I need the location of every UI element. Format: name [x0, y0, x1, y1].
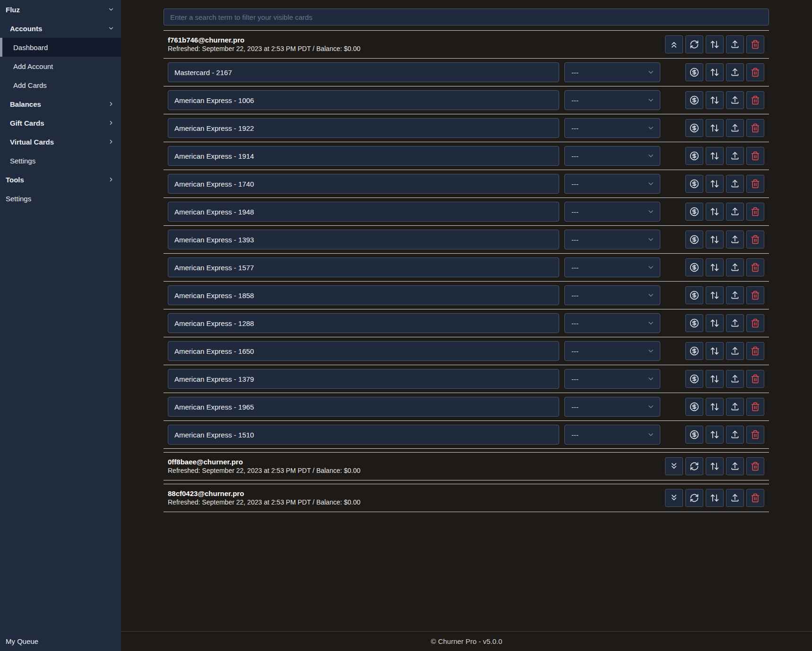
check-balance-button[interactable] [685, 258, 703, 276]
sidebar-item-add-cards[interactable]: Add Cards [0, 76, 121, 94]
upload-card-button[interactable] [726, 119, 744, 137]
card-name-input[interactable] [168, 285, 559, 305]
delete-card-button[interactable] [746, 119, 764, 137]
card-name-input[interactable] [168, 90, 559, 110]
sidebar-item-settings-2[interactable]: Settings [0, 189, 121, 208]
upload-account-button[interactable] [726, 489, 744, 507]
upload-card-button[interactable] [726, 370, 744, 388]
upload-card-button[interactable] [726, 286, 744, 304]
upload-card-button[interactable] [726, 426, 744, 444]
move-cards-button[interactable] [706, 489, 724, 507]
expand-account-button[interactable] [665, 457, 683, 475]
delete-card-button[interactable] [746, 286, 764, 304]
delete-account-button[interactable] [746, 457, 764, 475]
check-balance-button[interactable] [685, 314, 703, 332]
card-name-input[interactable] [168, 146, 559, 166]
upload-account-button[interactable] [726, 35, 744, 53]
sidebar-item-fluz[interactable]: Fluz [0, 0, 121, 19]
card-name-input[interactable] [168, 341, 559, 361]
move-card-button[interactable] [706, 147, 724, 165]
move-card-button[interactable] [706, 63, 724, 81]
card-category-select[interactable]: --- [564, 230, 660, 249]
card-name-input[interactable] [168, 397, 559, 417]
check-balance-button[interactable] [685, 91, 703, 109]
card-name-input[interactable] [168, 313, 559, 333]
sidebar-item-balances[interactable]: Balances [0, 94, 121, 113]
card-category-select[interactable]: --- [564, 425, 660, 445]
expand-account-button[interactable] [665, 489, 683, 507]
refresh-account-button[interactable] [685, 35, 703, 53]
refresh-account-button[interactable] [685, 457, 703, 475]
check-balance-button[interactable] [685, 231, 703, 248]
delete-card-button[interactable] [746, 398, 764, 416]
upload-card-button[interactable] [726, 147, 744, 165]
check-balance-button[interactable] [685, 398, 703, 416]
upload-card-button[interactable] [726, 231, 744, 248]
search-input[interactable] [164, 9, 769, 26]
collapse-account-button[interactable] [665, 35, 683, 53]
delete-card-button[interactable] [746, 91, 764, 109]
upload-card-button[interactable] [726, 342, 744, 360]
card-category-select[interactable]: --- [564, 146, 660, 166]
check-balance-button[interactable] [685, 175, 703, 193]
check-balance-button[interactable] [685, 203, 703, 221]
delete-card-button[interactable] [746, 231, 764, 248]
card-name-input[interactable] [168, 369, 559, 389]
upload-card-button[interactable] [726, 175, 744, 193]
delete-card-button[interactable] [746, 147, 764, 165]
check-balance-button[interactable] [685, 63, 703, 81]
delete-card-button[interactable] [746, 203, 764, 221]
card-category-select[interactable]: --- [564, 257, 660, 277]
upload-card-button[interactable] [726, 63, 744, 81]
card-name-input[interactable] [168, 62, 559, 82]
card-category-select[interactable]: --- [564, 369, 660, 389]
delete-account-button[interactable] [746, 489, 764, 507]
card-category-select[interactable]: --- [564, 341, 660, 361]
move-card-button[interactable] [706, 231, 724, 248]
check-balance-button[interactable] [685, 426, 703, 444]
sidebar-item-dashboard[interactable]: Dashboard [0, 38, 121, 57]
move-card-button[interactable] [706, 314, 724, 332]
check-balance-button[interactable] [685, 286, 703, 304]
check-balance-button[interactable] [685, 119, 703, 137]
delete-card-button[interactable] [746, 314, 764, 332]
sidebar-item-accounts[interactable]: Accounts [0, 19, 121, 38]
card-category-select[interactable]: --- [564, 62, 660, 82]
check-balance-button[interactable] [685, 342, 703, 360]
sidebar-item-virtual-cards[interactable]: Virtual Cards [0, 132, 121, 151]
card-category-select[interactable]: --- [564, 313, 660, 333]
delete-card-button[interactable] [746, 342, 764, 360]
move-card-button[interactable] [706, 258, 724, 276]
card-name-input[interactable] [168, 230, 559, 249]
card-name-input[interactable] [168, 174, 559, 194]
check-balance-button[interactable] [685, 370, 703, 388]
delete-account-button[interactable] [746, 35, 764, 53]
card-name-input[interactable] [168, 202, 559, 222]
sidebar-item-add-account[interactable]: Add Account [0, 57, 121, 76]
upload-card-button[interactable] [726, 398, 744, 416]
move-card-button[interactable] [706, 119, 724, 137]
card-name-input[interactable] [168, 257, 559, 277]
card-category-select[interactable]: --- [564, 174, 660, 194]
move-card-button[interactable] [706, 175, 724, 193]
delete-card-button[interactable] [746, 370, 764, 388]
upload-card-button[interactable] [726, 203, 744, 221]
sidebar-item-settings[interactable]: Settings [0, 151, 121, 170]
refresh-account-button[interactable] [685, 489, 703, 507]
sidebar-item-my-queue[interactable]: My Queue [0, 631, 121, 651]
delete-card-button[interactable] [746, 426, 764, 444]
upload-card-button[interactable] [726, 314, 744, 332]
delete-card-button[interactable] [746, 175, 764, 193]
upload-card-button[interactable] [726, 91, 744, 109]
check-balance-button[interactable] [685, 147, 703, 165]
delete-card-button[interactable] [746, 63, 764, 81]
move-card-button[interactable] [706, 342, 724, 360]
move-cards-button[interactable] [706, 457, 724, 475]
move-card-button[interactable] [706, 426, 724, 444]
delete-card-button[interactable] [746, 258, 764, 276]
card-category-select[interactable]: --- [564, 285, 660, 305]
move-card-button[interactable] [706, 370, 724, 388]
card-name-input[interactable] [168, 425, 559, 445]
upload-account-button[interactable] [726, 457, 744, 475]
move-card-button[interactable] [706, 91, 724, 109]
